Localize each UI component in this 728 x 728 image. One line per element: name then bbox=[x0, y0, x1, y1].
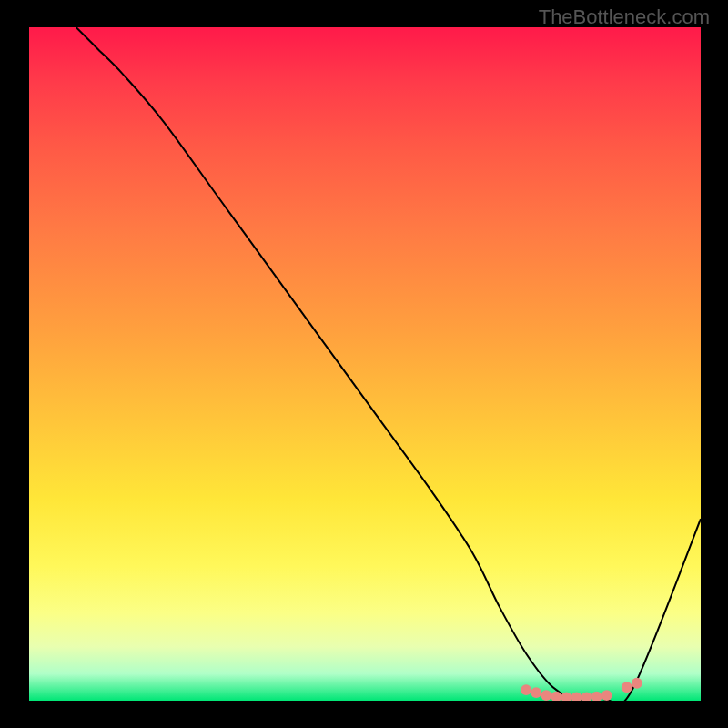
chart-marker-dot bbox=[531, 687, 541, 698]
chart-marker-dot bbox=[571, 692, 582, 701]
chart-marker-dot bbox=[541, 690, 551, 701]
chart-marker-dot bbox=[592, 692, 602, 701]
chart-marker-dot bbox=[602, 690, 612, 701]
chart-marker-dot bbox=[581, 692, 592, 701]
chart-marker-dot bbox=[632, 678, 642, 689]
chart-marker-dot bbox=[521, 684, 531, 695]
chart-plot-area bbox=[29, 27, 701, 701]
chart-svg bbox=[29, 27, 701, 701]
chart-marker-dot bbox=[622, 682, 632, 693]
chart-curve bbox=[76, 27, 701, 701]
chart-marker-group bbox=[521, 678, 642, 701]
watermark-text: TheBottleneck.com bbox=[539, 5, 710, 29]
